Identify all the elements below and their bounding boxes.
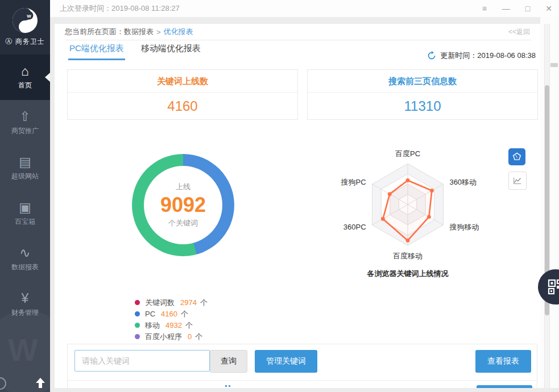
stat-card-value: 4160 <box>68 93 297 119</box>
radar-axis-label: 360移动 <box>449 178 477 186</box>
legend-unit: 个 <box>195 332 202 342</box>
window-titlebar: 上次登录时间：2019-08-08 11:28:27 ≡—□✕ <box>50 0 559 18</box>
sidebar-item[interactable]: ▣百宝箱 <box>0 191 50 236</box>
radar-view-button[interactable] <box>508 148 525 165</box>
line-view-button[interactable] <box>508 172 527 190</box>
clipped-view-report-button[interactable] <box>477 385 532 388</box>
keywords-donut-chart: 上线 9092 个关键词 <box>132 154 234 256</box>
report-tabs: PC端优化报表移动端优化报表 <box>68 43 202 60</box>
app-window: W Ⓐ 商务卫士 ⌂首页⇧商贸推广▤超级网站▣百宝箱∿数据报表¥财务管理 W 上… <box>0 0 559 392</box>
sidebar-item-label: 百宝箱 <box>15 217 35 227</box>
legend-row: 关键词数2974个 <box>135 299 208 306</box>
stat-card: 搜索前三页信息数11310 <box>307 69 538 120</box>
legend-value: 4932 <box>165 321 182 330</box>
radar-axis-label: 360PC <box>343 223 366 231</box>
sidebar-item-label: 超级网站 <box>11 172 39 181</box>
sidebar-menu: ⌂首页⇧商贸推广▤超级网站▣百宝箱∿数据报表¥财务管理 <box>0 55 50 327</box>
scrollbar-button[interactable] <box>550 63 558 67</box>
sidebar-item[interactable]: ▤超级网站 <box>0 145 50 191</box>
legend-unit: 个 <box>181 309 188 319</box>
sidebar-item-label: 数据报表 <box>11 262 39 272</box>
home-icon: ⌂ <box>21 64 29 78</box>
legend-row: PC4160个 <box>135 310 208 318</box>
keyword-search-input[interactable] <box>74 350 210 372</box>
collapse-up-arrow-icon[interactable] <box>36 378 45 388</box>
browser-radar-chart: 百度PC360移动搜狗移动百度移动360PC搜狗PC <box>334 137 482 274</box>
search-button[interactable]: 查询 <box>210 350 247 373</box>
clipped-content <box>225 385 230 387</box>
breadcrumb-prefix: 您当前所在页面： <box>65 27 124 37</box>
legend-label: 百度小程序 <box>145 332 182 342</box>
close-icon[interactable]: ✕ <box>545 5 552 12</box>
refresh-icon[interactable] <box>427 51 436 60</box>
legend-value: 0 <box>188 332 192 341</box>
breadcrumb-current[interactable]: 优化报表 <box>164 27 193 37</box>
radar-axis-label: 搜狗PC <box>341 178 366 186</box>
radar-axis-label: 百度PC <box>395 149 420 158</box>
legend-dot <box>135 323 140 328</box>
maximize-icon[interactable]: □ <box>525 5 530 12</box>
sidebar-item-label: 商贸推广 <box>11 126 39 136</box>
manage-keywords-button[interactable]: 管理关键词 <box>255 350 317 373</box>
sidebar-item-label: 首页 <box>18 81 32 90</box>
stat-card: 关键词上线数4160 <box>67 69 298 120</box>
legend-value: 4160 <box>161 310 177 318</box>
donut-center: 上线 9092 个关键词 <box>144 166 222 244</box>
divider <box>68 380 537 381</box>
radar-axis-label: 百度移动 <box>393 252 423 260</box>
stat-card-title: 搜索前三页信息数 <box>308 70 537 93</box>
brand-name: Ⓐ 商务卫士 <box>5 37 44 47</box>
stat-cards: 关键词上线数4160搜索前三页信息数11310 <box>67 69 539 120</box>
legend-row: 移动4932个 <box>135 322 208 329</box>
pentagon-icon <box>512 152 522 162</box>
report-icon: ∿ <box>19 246 30 260</box>
sidebar-item[interactable]: ⌂首页 <box>0 55 50 100</box>
sidebar: W Ⓐ 商务卫士 ⌂首页⇧商贸推广▤超级网站▣百宝箱∿数据报表¥财务管理 W <box>0 0 50 392</box>
breadcrumb-section: 数据报表 <box>124 27 154 37</box>
menu-icon[interactable]: ≡ <box>482 5 487 12</box>
breadcrumb: 您当前所在页面：数据报表 > 优化报表 <box>65 24 531 40</box>
tab[interactable]: 移动端优化报表 <box>140 43 202 60</box>
window-controls: ≡—□✕ <box>482 0 552 17</box>
qr-code-icon <box>548 279 559 295</box>
legend-dot <box>135 311 140 316</box>
stat-card-title: 关键词上线数 <box>68 70 297 93</box>
view-report-button[interactable]: 查看报表 <box>475 350 531 373</box>
brand-logo-icon: W <box>13 8 38 33</box>
sidebar-item[interactable]: ∿数据报表 <box>0 236 50 282</box>
legend-label: 关键词数 <box>145 298 175 308</box>
radar-axis-label: 搜狗移动 <box>449 223 479 231</box>
promotion-icon: ⇧ <box>19 110 30 123</box>
toolbox-icon: ▣ <box>19 201 31 214</box>
legend-dot <box>135 334 140 339</box>
keyword-toolbar-card: 查询 管理关键词 查看报表 <box>67 344 537 388</box>
panel-scrollbar[interactable] <box>544 24 550 388</box>
tab[interactable]: PC端优化报表 <box>68 43 125 60</box>
finance-icon: ¥ <box>22 291 29 305</box>
active-item-notch <box>45 73 50 82</box>
legend-row: 百度小程序0个 <box>135 333 208 340</box>
stat-card-value: 11310 <box>308 93 537 119</box>
sidebar-item[interactable]: ⇧商贸推广 <box>0 100 50 145</box>
breadcrumb-separator: > <box>156 28 161 36</box>
radar-caption: 各浏览器关键词上线情况 <box>322 269 493 279</box>
minimize-icon[interactable]: — <box>502 5 510 12</box>
donut-center-label-top: 上线 <box>176 182 191 192</box>
website-icon: ▤ <box>19 155 31 169</box>
main-panel: 您当前所在页面：数据报表 > 优化报表 <<返回 PC端优化报表移动端优化报表 … <box>55 24 540 388</box>
line-chart-icon <box>512 176 523 186</box>
legend-dot <box>135 300 140 305</box>
refresh-area: 更新时间：2019-08-06 08:38 <box>427 51 536 61</box>
donut-center-value: 9092 <box>160 195 206 215</box>
legend-label: 移动 <box>145 320 160 331</box>
svg-text:W: W <box>27 14 31 19</box>
back-link[interactable]: <<返回 <box>508 27 530 37</box>
legend-unit: 个 <box>200 298 208 308</box>
legend-unit: 个 <box>185 320 193 331</box>
donut-center-label-bottom: 个关键词 <box>168 218 198 228</box>
update-time: 更新时间：2019-08-06 08:38 <box>440 51 536 61</box>
legend-label: PC <box>145 310 155 318</box>
brand-badge-icon: Ⓐ <box>5 37 13 45</box>
brand-block: W Ⓐ 商务卫士 <box>0 0 50 55</box>
donut-legend: 关键词数2974个PC4160个移动4932个百度小程序0个 <box>135 299 208 340</box>
